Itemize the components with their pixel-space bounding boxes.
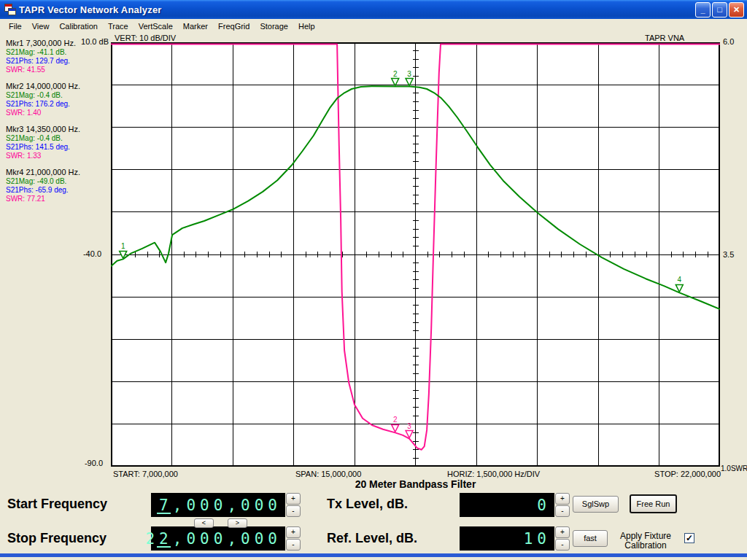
marker-readout: Mkr3 14,350,000 Hz.S21Mag: -0.4 dB.S21Ph… (6, 125, 112, 160)
svg-text:2: 2 (393, 70, 398, 78)
start-freq-increment-button[interactable]: + (286, 493, 301, 505)
marker-readout: Mkr2 14,000,000 Hz.S21Mag: -0.4 dB.S21Ph… (6, 82, 112, 117)
app-icon (4, 4, 16, 15)
menu-vertscale[interactable]: VertScale (133, 20, 178, 32)
menu-trace[interactable]: Trace (103, 20, 133, 32)
start-freq-decrement-button[interactable]: - (286, 505, 301, 517)
menu-freqgrid[interactable]: FreqGrid (213, 20, 255, 32)
svg-text:4: 4 (678, 276, 682, 284)
stop-freq-increment-button[interactable]: + (286, 526, 301, 538)
db-axis-top-label: 10.0 dB (77, 37, 109, 46)
menu-help[interactable]: Help (293, 20, 320, 32)
trace-canvas: 123423 (111, 42, 720, 467)
swr-axis-mid-label: 3.5 (723, 250, 734, 259)
menu-file[interactable]: File (4, 20, 27, 32)
swr-axis-top-label: 6.0 (723, 37, 734, 46)
menu-calibration[interactable]: Calibration (54, 20, 103, 32)
apply-fixture-calibration-checkbox[interactable]: ✓ (684, 533, 694, 543)
db-axis-mid-label: -40.0 (77, 249, 101, 258)
menu-storage[interactable]: Storage (255, 20, 293, 32)
stop-frequency-display[interactable]: 22,000,000 (151, 526, 285, 551)
plot-title: 20 Meter Bandpass Filter (111, 478, 720, 490)
single-sweep-button[interactable]: SglSwp (573, 496, 619, 513)
title-bar: TAPR Vector Network Analyzer _ □ ✕ (0, 0, 747, 19)
start-freq-axis-label: START: 7,000,000 (113, 470, 178, 478)
marker-readout: Mkr4 21,000,000 Hz.S21Mag: -49.0 dB.S21P… (6, 168, 112, 203)
tx-level-label: Tx Level, dB. (327, 497, 408, 512)
tx-level-display[interactable]: 0 (460, 493, 554, 517)
tx-level-decrement-button[interactable]: - (555, 505, 570, 517)
window-title: TAPR Vector Network Analyzer (19, 4, 162, 15)
close-button[interactable]: ✕ (729, 2, 744, 18)
maximize-button[interactable]: □ (712, 2, 727, 18)
ref-level-display[interactable]: 10 (460, 526, 554, 551)
stop-freq-decrement-button[interactable]: - (286, 539, 301, 551)
horiz-div-axis-label: HORIZ: 1,500,000 Hz/DIV (447, 470, 540, 478)
free-run-button[interactable]: Free Run (630, 494, 677, 513)
fast-button[interactable]: fast (573, 530, 608, 547)
stop-frequency-label: Stop Frequency (7, 531, 107, 546)
menu-bar: FileViewCalibrationTraceVertScaleMarkerF… (0, 19, 747, 34)
menu-marker[interactable]: Marker (178, 20, 213, 32)
db-axis-bottom-label: -90.0 (77, 459, 103, 467)
start-frequency-label: Start Frequency (7, 497, 107, 512)
vertical-scale-label: VERT: 10 dB/DIV (115, 34, 176, 42)
ref-level-increment-button[interactable]: + (555, 526, 570, 538)
svg-text:2: 2 (393, 416, 398, 424)
minimize-button[interactable]: _ (695, 2, 711, 18)
menu-view[interactable]: View (27, 20, 55, 32)
span-axis-label: SPAN: 15,000,000 (295, 470, 361, 478)
svg-text:3: 3 (407, 70, 411, 78)
ref-level-label: Ref. Level, dB. (327, 531, 417, 546)
swr-axis-bottom-label: 1.0SWR (721, 464, 747, 472)
window-bottom-border (0, 553, 747, 557)
stop-freq-axis-label: STOP: 22,000,000 (627, 470, 721, 478)
svg-text:1: 1 (121, 242, 125, 250)
plot-area[interactable]: 123423 (111, 42, 720, 467)
start-frequency-display[interactable]: 7,000,000 (151, 493, 285, 517)
tx-level-increment-button[interactable]: + (555, 493, 570, 505)
digit-cursor-left-button[interactable]: < (194, 518, 214, 528)
ref-level-decrement-button[interactable]: - (555, 539, 570, 551)
brand-label: TAPR VNA (645, 34, 684, 42)
marker-readout-panel: Mkr1 7,300,000 Hz.S21Mag: -41.1 dB.S21Ph… (6, 39, 112, 211)
digit-cursor-right-button[interactable]: > (228, 518, 247, 528)
svg-text:3: 3 (407, 422, 411, 430)
apply-fixture-calibration-label: Apply Fixture Calibration (610, 532, 681, 551)
